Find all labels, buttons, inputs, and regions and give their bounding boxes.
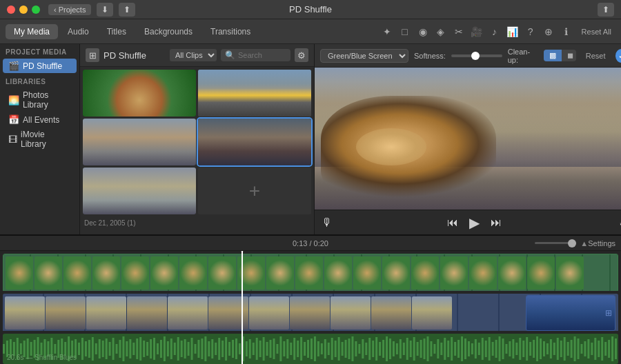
tab-backgrounds[interactable]: Backgrounds	[136, 24, 201, 39]
reset-button[interactable]: Reset	[582, 50, 610, 61]
confirm-button[interactable]: ✓	[615, 49, 621, 63]
hamster-track-frames	[3, 254, 586, 291]
svg-rect-105	[362, 339, 364, 358]
main-content: PROJECT MEDIA 🎬 PD Shuffle LIBRARIES 🌅 P…	[0, 44, 621, 234]
svg-rect-34	[119, 340, 121, 358]
svg-rect-129	[444, 338, 446, 360]
events-icon: 📅	[8, 114, 19, 125]
svg-rect-36	[126, 341, 128, 356]
cleanup-toggle-group: ▩ ◼	[544, 50, 576, 61]
street-track-clip[interactable]: ⊞	[3, 294, 618, 331]
audio-icon[interactable]: ♪	[488, 25, 502, 39]
tab-transitions[interactable]: Transitions	[202, 24, 259, 39]
crop-icon[interactable]: □	[398, 25, 412, 39]
nav-item-imovie-library[interactable]: 🎞 iMovie Library	[3, 128, 77, 151]
svg-rect-130	[447, 341, 449, 357]
title-bar-right: ⬆	[598, 3, 614, 17]
tab-my-media[interactable]: My Media	[6, 24, 58, 39]
svg-rect-178	[611, 336, 613, 361]
svg-rect-169	[580, 344, 582, 354]
help-icon[interactable]: ?	[524, 25, 538, 39]
cleanup-matte-button[interactable]: ◼	[562, 50, 576, 61]
zoom-up-icon[interactable]: ▲	[580, 239, 588, 247]
speed-icon[interactable]: ⊕	[542, 25, 555, 39]
settings-gear-icon[interactable]: ⚙	[295, 48, 308, 62]
minimize-button[interactable]	[19, 6, 28, 14]
nav-item-all-events[interactable]: 📅 All Events	[3, 112, 77, 127]
street-frame-thumb	[127, 296, 167, 330]
svg-rect-48	[167, 341, 169, 356]
keying-select[interactable]: Green/Blue Screen	[320, 49, 408, 63]
media-thumb-2[interactable]	[198, 70, 311, 117]
svg-rect-40	[139, 337, 141, 361]
svg-rect-114	[393, 341, 395, 356]
import-button[interactable]: ⬇	[97, 3, 113, 17]
street-frame-thumb	[168, 296, 208, 330]
add-clip-button[interactable]: +	[198, 168, 311, 214]
nav-item-photos-library[interactable]: 🌅 Photos Library	[3, 88, 77, 112]
playhead[interactable]	[241, 251, 243, 364]
camera-icon[interactable]: 🎥	[470, 25, 484, 39]
audio-track-clip[interactable]: 20.6s — Shufflin Blues	[3, 334, 618, 364]
play-button[interactable]: ▶	[469, 214, 480, 231]
info-icon[interactable]: ℹ	[560, 25, 573, 39]
svg-rect-145	[499, 336, 501, 361]
svg-rect-167	[574, 336, 576, 361]
svg-rect-117	[403, 343, 405, 355]
media-thumb-3[interactable]	[83, 119, 196, 165]
clips-select[interactable]: All Clips	[170, 49, 217, 61]
back-button[interactable]: ‹ Projects	[48, 4, 91, 15]
svg-rect-142	[489, 337, 491, 361]
softness-slider[interactable]	[451, 54, 502, 57]
street-frame-thumb	[290, 296, 330, 330]
media-thumb-5[interactable]	[83, 168, 196, 214]
street-track-frames: ⊞	[3, 294, 618, 331]
chart-icon[interactable]: 📊	[506, 25, 520, 39]
frame-thumb	[295, 256, 323, 290]
frame-thumb	[440, 256, 468, 290]
cleanup-edges-button[interactable]: ▩	[544, 50, 562, 61]
svg-rect-41	[143, 341, 145, 357]
tab-audio[interactable]: Audio	[59, 24, 97, 39]
zoom-slider[interactable]	[535, 242, 576, 244]
magic-wand-icon[interactable]: ✦	[380, 25, 394, 39]
svg-rect-66	[228, 342, 230, 356]
nav-label-photos: Photos Library	[23, 90, 71, 110]
blue-clip-overlay[interactable]: ⊞	[526, 295, 615, 331]
svg-rect-99	[342, 342, 344, 356]
grid-view-button[interactable]: ⊞	[86, 48, 99, 62]
tab-titles[interactable]: Titles	[99, 24, 135, 39]
svg-rect-127	[437, 339, 439, 358]
svg-rect-165	[567, 342, 569, 356]
photos-icon: 🌅	[8, 95, 19, 105]
svg-rect-153	[526, 337, 528, 361]
media-thumb-1[interactable]	[83, 70, 196, 117]
mic-button[interactable]: 🎙	[322, 216, 333, 229]
svg-rect-33	[116, 344, 118, 354]
rewind-button[interactable]: ⏮	[447, 216, 458, 229]
svg-rect-166	[571, 340, 573, 358]
nav-item-pd-shuffle[interactable]: 🎬 PD Shuffle	[3, 59, 77, 73]
trim-icon[interactable]: ✂	[452, 25, 466, 39]
hamster-track-clip[interactable]	[3, 254, 618, 291]
share-button[interactable]: ⬆	[598, 3, 614, 17]
forward-button[interactable]: ⏭	[491, 216, 502, 229]
svg-rect-77	[266, 342, 268, 356]
media-thumb-4[interactable]	[198, 119, 311, 165]
svg-rect-45	[157, 343, 159, 354]
softness-label: Softness:	[414, 52, 446, 60]
maximize-button[interactable]	[32, 6, 40, 14]
close-button[interactable]	[7, 6, 15, 14]
svg-rect-52	[181, 341, 183, 357]
reset-all-button[interactable]: Reset All	[578, 26, 615, 37]
export-button[interactable]: ⬆	[119, 3, 135, 17]
search-box: 🔍	[221, 49, 290, 61]
color-icon[interactable]: ◉	[416, 25, 430, 39]
timeline-settings-button[interactable]: Settings	[588, 239, 615, 247]
search-input[interactable]	[238, 51, 286, 59]
media-grid: + Dec 21, 2005 (1)	[80, 67, 314, 234]
svg-rect-73	[253, 343, 255, 355]
street-frame-thumb	[371, 296, 411, 330]
filter-icon[interactable]: ◈	[434, 25, 448, 39]
svg-rect-0	[3, 344, 5, 354]
